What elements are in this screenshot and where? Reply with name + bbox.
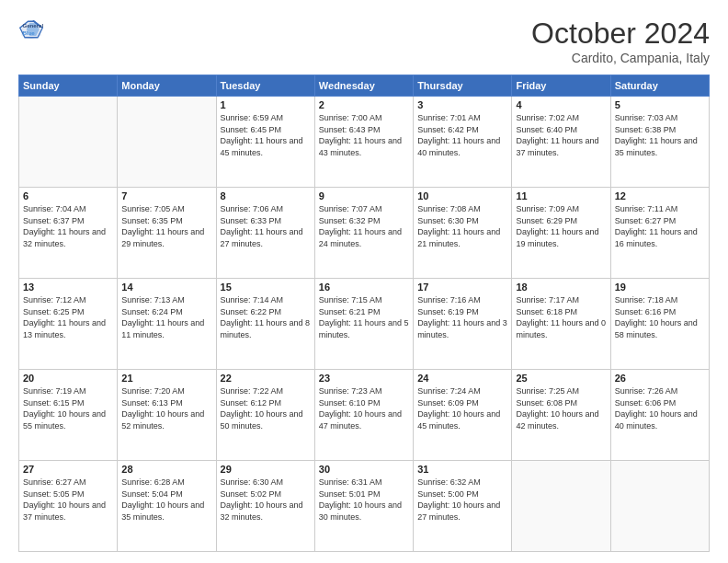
day-number: 25 bbox=[516, 373, 606, 384]
day-info: Sunrise: 6:27 AM Sunset: 5:05 PM Dayligh… bbox=[23, 477, 113, 523]
calendar-day: 20Sunrise: 7:19 AM Sunset: 6:15 PM Dayli… bbox=[19, 370, 118, 461]
svg-text:Blue: Blue bbox=[22, 29, 35, 36]
calendar-week-1: 1Sunrise: 6:59 AM Sunset: 6:45 PM Daylig… bbox=[19, 97, 710, 188]
logo: General Blue bbox=[18, 17, 44, 42]
day-info: Sunrise: 7:00 AM Sunset: 6:43 PM Dayligh… bbox=[319, 112, 409, 158]
calendar-day: 30Sunrise: 6:31 AM Sunset: 5:01 PM Dayli… bbox=[314, 461, 413, 552]
day-info: Sunrise: 7:25 AM Sunset: 6:08 PM Dayligh… bbox=[516, 385, 606, 431]
day-number: 1 bbox=[221, 99, 311, 110]
calendar-day: 17Sunrise: 7:16 AM Sunset: 6:19 PM Dayli… bbox=[414, 279, 512, 370]
day-number: 27 bbox=[23, 464, 113, 475]
day-number: 3 bbox=[417, 99, 507, 110]
calendar-week-5: 27Sunrise: 6:27 AM Sunset: 5:05 PM Dayli… bbox=[19, 461, 710, 552]
calendar-day: 28Sunrise: 6:28 AM Sunset: 5:04 PM Dayli… bbox=[118, 461, 216, 552]
day-number: 26 bbox=[615, 373, 705, 384]
day-number: 16 bbox=[319, 282, 409, 293]
calendar-day: 4Sunrise: 7:02 AM Sunset: 6:40 PM Daylig… bbox=[512, 97, 610, 188]
calendar-day: 1Sunrise: 6:59 AM Sunset: 6:45 PM Daylig… bbox=[216, 97, 314, 188]
day-number: 10 bbox=[417, 190, 507, 201]
calendar-day: 12Sunrise: 7:11 AM Sunset: 6:27 PM Dayli… bbox=[610, 188, 709, 279]
location-subtitle: Cardito, Campania, Italy bbox=[531, 51, 710, 65]
weekday-header-friday: Friday bbox=[512, 75, 610, 97]
calendar-day: 2Sunrise: 7:00 AM Sunset: 6:43 PM Daylig… bbox=[314, 97, 413, 188]
calendar-day: 5Sunrise: 7:03 AM Sunset: 6:38 PM Daylig… bbox=[610, 97, 709, 188]
day-info: Sunrise: 7:23 AM Sunset: 6:10 PM Dayligh… bbox=[319, 385, 409, 431]
weekday-header-saturday: Saturday bbox=[610, 75, 709, 97]
day-number: 18 bbox=[516, 282, 606, 293]
header: General Blue October 2024 Cardito, Campa… bbox=[18, 17, 710, 65]
title-section: October 2024 Cardito, Campania, Italy bbox=[531, 17, 710, 65]
calendar-week-3: 13Sunrise: 7:12 AM Sunset: 6:25 PM Dayli… bbox=[19, 279, 710, 370]
calendar-day: 6Sunrise: 7:04 AM Sunset: 6:37 PM Daylig… bbox=[19, 188, 118, 279]
day-info: Sunrise: 7:07 AM Sunset: 6:32 PM Dayligh… bbox=[319, 203, 409, 249]
day-number: 30 bbox=[319, 464, 409, 475]
page: General Blue October 2024 Cardito, Campa… bbox=[0, 0, 728, 563]
day-info: Sunrise: 7:14 AM Sunset: 6:22 PM Dayligh… bbox=[221, 294, 311, 340]
day-info: Sunrise: 7:20 AM Sunset: 6:13 PM Dayligh… bbox=[121, 385, 211, 431]
calendar-day: 7Sunrise: 7:05 AM Sunset: 6:35 PM Daylig… bbox=[118, 188, 216, 279]
calendar-day: 3Sunrise: 7:01 AM Sunset: 6:42 PM Daylig… bbox=[414, 97, 512, 188]
day-number: 5 bbox=[615, 99, 705, 110]
day-info: Sunrise: 7:04 AM Sunset: 6:37 PM Dayligh… bbox=[23, 203, 113, 249]
day-number: 23 bbox=[319, 373, 409, 384]
calendar-day: 18Sunrise: 7:17 AM Sunset: 6:18 PM Dayli… bbox=[512, 279, 610, 370]
calendar-day: 23Sunrise: 7:23 AM Sunset: 6:10 PM Dayli… bbox=[314, 370, 413, 461]
calendar-day bbox=[512, 461, 610, 552]
day-info: Sunrise: 7:13 AM Sunset: 6:24 PM Dayligh… bbox=[121, 294, 211, 340]
day-number: 14 bbox=[121, 282, 211, 293]
calendar-day: 13Sunrise: 7:12 AM Sunset: 6:25 PM Dayli… bbox=[19, 279, 118, 370]
day-info: Sunrise: 7:22 AM Sunset: 6:12 PM Dayligh… bbox=[221, 385, 311, 431]
day-info: Sunrise: 6:28 AM Sunset: 5:04 PM Dayligh… bbox=[121, 477, 211, 523]
calendar-day: 10Sunrise: 7:08 AM Sunset: 6:30 PM Dayli… bbox=[414, 188, 512, 279]
day-number: 11 bbox=[516, 190, 606, 201]
day-number: 15 bbox=[221, 282, 311, 293]
day-info: Sunrise: 7:17 AM Sunset: 6:18 PM Dayligh… bbox=[516, 294, 606, 340]
calendar-day: 22Sunrise: 7:22 AM Sunset: 6:12 PM Dayli… bbox=[216, 370, 314, 461]
day-info: Sunrise: 7:18 AM Sunset: 6:16 PM Dayligh… bbox=[615, 294, 705, 340]
weekday-header-thursday: Thursday bbox=[414, 75, 512, 97]
weekday-header-sunday: Sunday bbox=[19, 75, 118, 97]
calendar-day: 26Sunrise: 7:26 AM Sunset: 6:06 PM Dayli… bbox=[610, 370, 709, 461]
day-number: 9 bbox=[319, 190, 409, 201]
day-info: Sunrise: 7:15 AM Sunset: 6:21 PM Dayligh… bbox=[319, 294, 409, 340]
day-info: Sunrise: 6:59 AM Sunset: 6:45 PM Dayligh… bbox=[221, 112, 311, 158]
month-title: October 2024 bbox=[531, 17, 710, 51]
day-info: Sunrise: 7:24 AM Sunset: 6:09 PM Dayligh… bbox=[417, 385, 507, 431]
calendar-day bbox=[610, 461, 709, 552]
calendar-week-4: 20Sunrise: 7:19 AM Sunset: 6:15 PM Dayli… bbox=[19, 370, 710, 461]
day-number: 2 bbox=[319, 99, 409, 110]
day-info: Sunrise: 7:09 AM Sunset: 6:29 PM Dayligh… bbox=[516, 203, 606, 249]
calendar-day: 15Sunrise: 7:14 AM Sunset: 6:22 PM Dayli… bbox=[216, 279, 314, 370]
calendar-day: 8Sunrise: 7:06 AM Sunset: 6:33 PM Daylig… bbox=[216, 188, 314, 279]
calendar-day: 16Sunrise: 7:15 AM Sunset: 6:21 PM Dayli… bbox=[314, 279, 413, 370]
day-info: Sunrise: 7:03 AM Sunset: 6:38 PM Dayligh… bbox=[615, 112, 705, 158]
calendar-day: 25Sunrise: 7:25 AM Sunset: 6:08 PM Dayli… bbox=[512, 370, 610, 461]
day-info: Sunrise: 7:12 AM Sunset: 6:25 PM Dayligh… bbox=[23, 294, 113, 340]
calendar-day: 29Sunrise: 6:30 AM Sunset: 5:02 PM Dayli… bbox=[216, 461, 314, 552]
day-number: 7 bbox=[121, 190, 211, 201]
weekday-header-tuesday: Tuesday bbox=[216, 75, 314, 97]
weekday-header-monday: Monday bbox=[118, 75, 216, 97]
day-info: Sunrise: 7:02 AM Sunset: 6:40 PM Dayligh… bbox=[516, 112, 606, 158]
calendar-day bbox=[19, 97, 118, 188]
calendar-day bbox=[118, 97, 216, 188]
day-info: Sunrise: 7:08 AM Sunset: 6:30 PM Dayligh… bbox=[417, 203, 507, 249]
day-number: 17 bbox=[417, 282, 507, 293]
day-number: 8 bbox=[221, 190, 311, 201]
day-info: Sunrise: 6:32 AM Sunset: 5:00 PM Dayligh… bbox=[417, 477, 507, 523]
day-info: Sunrise: 7:01 AM Sunset: 6:42 PM Dayligh… bbox=[417, 112, 507, 158]
svg-text:General: General bbox=[22, 22, 43, 29]
calendar-week-2: 6Sunrise: 7:04 AM Sunset: 6:37 PM Daylig… bbox=[19, 188, 710, 279]
day-number: 4 bbox=[516, 99, 606, 110]
day-info: Sunrise: 6:31 AM Sunset: 5:01 PM Dayligh… bbox=[319, 477, 409, 523]
calendar-day: 24Sunrise: 7:24 AM Sunset: 6:09 PM Dayli… bbox=[414, 370, 512, 461]
day-info: Sunrise: 7:26 AM Sunset: 6:06 PM Dayligh… bbox=[615, 385, 705, 431]
weekday-header-row: SundayMondayTuesdayWednesdayThursdayFrid… bbox=[19, 75, 710, 97]
day-info: Sunrise: 7:19 AM Sunset: 6:15 PM Dayligh… bbox=[23, 385, 113, 431]
calendar-table: SundayMondayTuesdayWednesdayThursdayFrid… bbox=[18, 75, 710, 552]
day-number: 29 bbox=[221, 464, 311, 475]
calendar-day: 31Sunrise: 6:32 AM Sunset: 5:00 PM Dayli… bbox=[414, 461, 512, 552]
weekday-header-wednesday: Wednesday bbox=[314, 75, 413, 97]
logo-icon: General Blue bbox=[18, 17, 44, 42]
day-number: 12 bbox=[615, 190, 705, 201]
